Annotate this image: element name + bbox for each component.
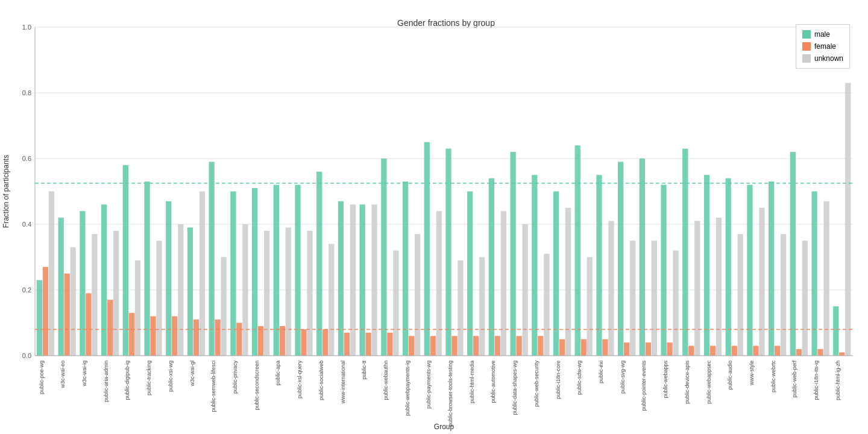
legend-unknown-box [802, 54, 811, 63]
legend-unknown-label: unknown [814, 52, 843, 64]
legend-unknown: unknown [802, 52, 843, 64]
legend-male: male [802, 28, 843, 40]
legend-male-label: male [814, 28, 830, 40]
chart-container: Gender fractions by group male female un… [0, 0, 868, 434]
legend-male-box [802, 30, 811, 39]
legend-female-label: female [814, 40, 836, 52]
chart-legend: male female unknown [796, 24, 850, 69]
bar-chart [0, 0, 868, 434]
legend-female-box [802, 42, 811, 51]
legend-female: female [802, 40, 843, 52]
